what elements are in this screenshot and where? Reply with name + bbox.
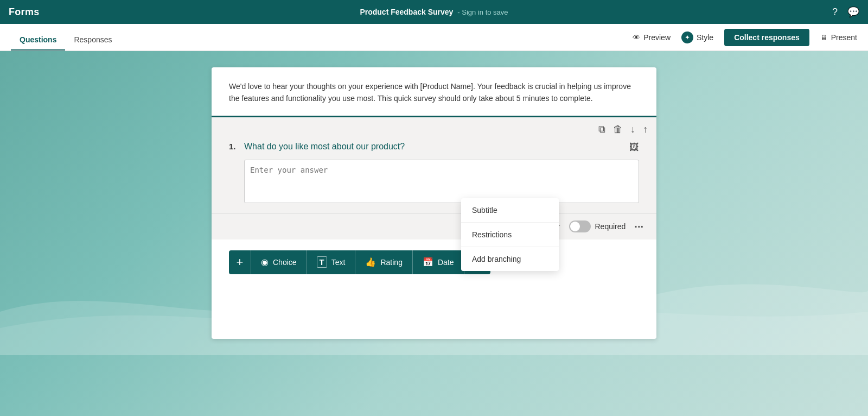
style-button[interactable]: ✦ Style xyxy=(681,31,713,43)
tab-responses[interactable]: Responses xyxy=(65,24,120,51)
question-toolbar: ⧉ 🗑 ↓ ↑ xyxy=(212,117,656,137)
present-button[interactable]: 🖥 Present xyxy=(820,33,857,42)
dropdown-restrictions[interactable]: Restrictions xyxy=(461,223,559,247)
top-bar-center: Product Feedback Survey - Sign in to sav… xyxy=(360,8,508,16)
question-text[interactable]: What do you like most about our product? xyxy=(244,142,625,152)
dropdown-subtitle[interactable]: Subtitle xyxy=(461,198,559,223)
top-bar-actions: ? 💬 xyxy=(832,6,859,18)
collect-responses-button[interactable]: Collect responses xyxy=(724,29,809,46)
choice-button[interactable]: ◉ Choice xyxy=(251,250,307,274)
text-button[interactable]: T Text xyxy=(307,250,355,274)
monitor-icon: 🖥 xyxy=(820,33,828,42)
form-description: We'd love to hear your thoughts on your … xyxy=(229,80,639,105)
rating-button[interactable]: 👍 Rating xyxy=(355,250,412,274)
chat-icon[interactable]: 💬 xyxy=(847,6,859,18)
save-label[interactable]: - Sign in to save xyxy=(457,8,508,16)
image-icon[interactable]: 🖼 xyxy=(629,142,639,153)
date-icon: 📅 xyxy=(423,257,433,267)
question-footer: Long answer Required ··· xyxy=(212,213,656,239)
top-bar: Forms Product Feedback Survey - Sign in … xyxy=(0,0,868,24)
tab-questions[interactable]: Questions xyxy=(11,24,65,51)
style-badge: ✦ xyxy=(681,31,693,43)
move-up-icon[interactable]: ↑ xyxy=(643,124,648,135)
add-button[interactable]: + xyxy=(229,250,251,274)
app-logo: Forms xyxy=(9,7,40,18)
survey-title: Product Feedback Survey xyxy=(360,8,453,16)
preview-eye-icon: 👁 xyxy=(633,33,640,42)
required-toggle-group: Required xyxy=(569,220,626,232)
nav-bar: Questions Responses 👁 Preview ✦ Style Co… xyxy=(0,24,868,51)
question-card: ⧉ 🗑 ↓ ↑ 1. What do you like most about o… xyxy=(212,117,656,239)
more-options-icon[interactable]: ··· xyxy=(634,220,643,233)
rating-label: Rating xyxy=(380,258,402,267)
question-number: 1. xyxy=(229,142,240,151)
move-down-icon[interactable]: ↓ xyxy=(630,124,635,135)
text-icon: T xyxy=(317,256,327,268)
required-toggle[interactable] xyxy=(569,220,591,232)
help-icon[interactable]: ? xyxy=(832,7,838,18)
main-content: We'd love to hear your thoughts on your … xyxy=(0,51,868,355)
answer-input[interactable] xyxy=(244,160,639,203)
choice-icon: ◉ xyxy=(261,257,269,267)
nav-tabs: Questions Responses xyxy=(11,24,121,51)
question-row: 1. What do you like most about our produ… xyxy=(229,142,639,153)
copy-icon[interactable]: ⧉ xyxy=(598,124,605,135)
form-header: We'd love to hear your thoughts on your … xyxy=(212,67,656,116)
text-label: Text xyxy=(331,258,346,267)
dropdown-menu: Subtitle Restrictions Add branching xyxy=(461,198,559,271)
date-label: Date xyxy=(438,258,454,267)
rating-icon: 👍 xyxy=(365,257,376,267)
nav-right: 👁 Preview ✦ Style Collect responses 🖥 Pr… xyxy=(633,29,857,46)
bottom-toolbar: + ◉ Choice T Text 👍 Rating 📅 Date ⌄ xyxy=(212,239,656,287)
form-card: We'd love to hear your thoughts on your … xyxy=(212,67,656,339)
date-button[interactable]: 📅 Date xyxy=(412,250,464,274)
required-label: Required xyxy=(595,222,626,231)
dropdown-add-branching[interactable]: Add branching xyxy=(461,247,559,271)
preview-button[interactable]: 👁 Preview xyxy=(633,33,671,42)
delete-icon[interactable]: 🗑 xyxy=(613,124,623,135)
question-body: 1. What do you like most about our produ… xyxy=(212,137,656,213)
choice-label: Choice xyxy=(273,258,297,267)
toggle-knob-required xyxy=(570,222,580,231)
